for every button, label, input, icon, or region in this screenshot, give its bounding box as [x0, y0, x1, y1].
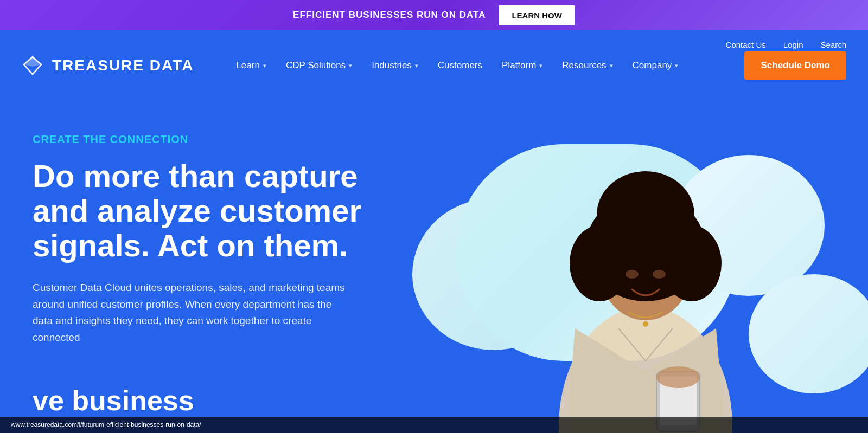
login-link[interactable]: Login — [783, 40, 803, 49]
svg-point-13 — [656, 366, 700, 388]
svg-point-9 — [626, 270, 639, 279]
search-link[interactable]: Search — [820, 40, 846, 49]
banner-text: EFFICIENT BUSINESSES RUN ON DATA — [293, 10, 486, 21]
chevron-icon: ▾ — [610, 62, 613, 69]
person-image — [521, 144, 770, 433]
status-url: www.treasuredata.com/i/futurum-efficient… — [11, 421, 201, 429]
chevron-icon: ▾ — [675, 62, 678, 69]
nav-item-resources[interactable]: Resources ▾ — [552, 56, 622, 75]
svg-point-14 — [643, 321, 648, 327]
nav-item-customers[interactable]: Customers — [428, 56, 492, 75]
person-area — [510, 144, 781, 433]
hero-description: Customer Data Cloud unites operations, s… — [33, 280, 347, 346]
contact-us-link[interactable]: Contact Us — [726, 40, 766, 49]
chevron-icon: ▾ — [349, 62, 352, 69]
main-nav: Learn ▾ CDP Solutions ▾ Industries ▾ Cus… — [226, 51, 846, 80]
chevron-icon: ▾ — [539, 62, 542, 69]
navbar: Contact Us Login Search TREASURE DATA Le… — [0, 30, 868, 101]
top-nav-links: Contact Us Login Search — [726, 40, 846, 49]
status-bar: www.treasuredata.com/i/futurum-efficient… — [0, 417, 868, 433]
diamond-icon — [22, 55, 43, 76]
schedule-demo-button[interactable]: Schedule Demo — [744, 51, 846, 80]
nav-item-platform[interactable]: Platform ▾ — [492, 56, 552, 75]
learn-how-button[interactable]: LEARN HOW — [499, 5, 575, 25]
chevron-icon: ▾ — [415, 62, 418, 69]
chevron-icon: ▾ — [263, 62, 266, 69]
hero-tag: CREATE THE CONNECTION — [33, 133, 369, 146]
top-banner: EFFICIENT BUSINESSES RUN ON DATA LEARN H… — [0, 0, 868, 30]
logo-area: TREASURE DATA — [22, 55, 194, 76]
nav-item-learn[interactable]: Learn ▾ — [226, 56, 276, 75]
logo-text: TREASURE DATA — [52, 57, 194, 74]
svg-point-10 — [653, 270, 666, 279]
hero-content: CREATE THE CONNECTION Do more than captu… — [33, 133, 369, 346]
svg-point-8 — [597, 171, 694, 258]
nav-item-cdp[interactable]: CDP Solutions ▾ — [276, 56, 362, 75]
bottom-text: ve business — [33, 384, 194, 417]
nav-item-industries[interactable]: Industries ▾ — [362, 56, 428, 75]
hero-title: Do more than capture and analyze custome… — [33, 159, 369, 262]
hero-section: CREATE THE CONNECTION Do more than captu… — [0, 101, 868, 433]
nav-item-company[interactable]: Company ▾ — [623, 56, 688, 75]
